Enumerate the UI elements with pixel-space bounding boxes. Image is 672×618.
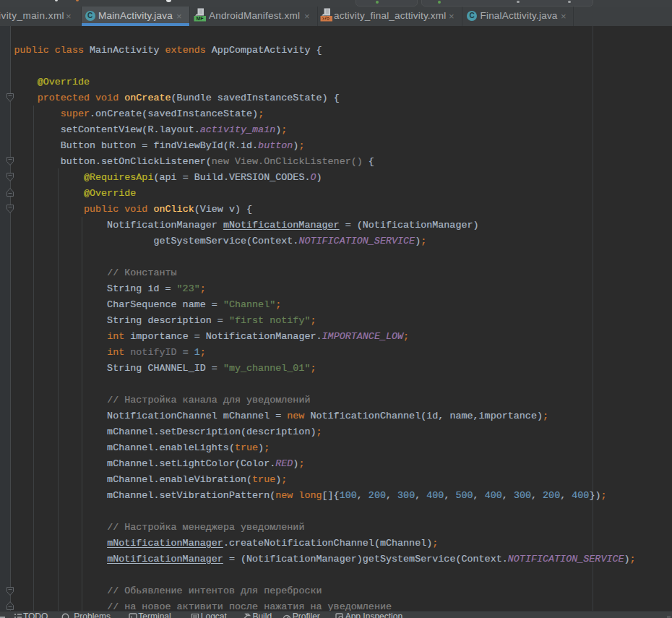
svg-text:MF: MF bbox=[196, 16, 204, 21]
